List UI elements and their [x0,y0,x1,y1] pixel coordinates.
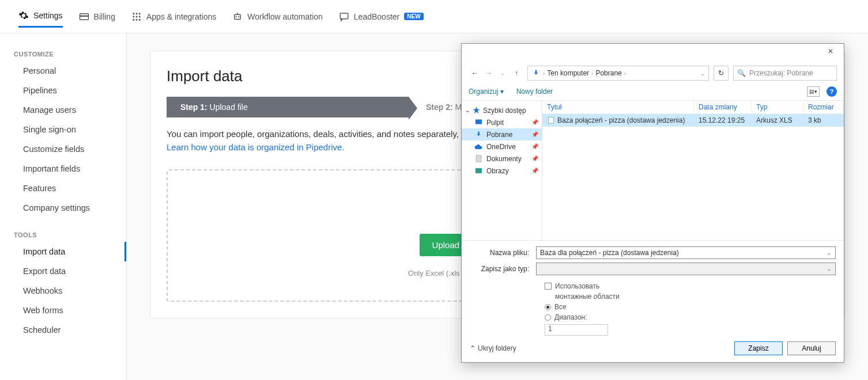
sidebar-item-important-fields[interactable]: Important fields [0,159,126,178]
step-2-label: Step 2: [426,102,453,112]
desktop-icon [474,118,483,127]
file-save-dialog: ✕ ← → ⌄ ↑ › Ten komputer › Pobrane › ⌄ ↻… [461,43,844,363]
nav-workflow-label: Workflow automation [247,12,322,21]
path-seg-2[interactable]: Pobrane [595,69,621,77]
range-radio[interactable] [545,314,551,321]
cancel-button[interactable]: Anuluj [787,341,836,355]
chevron-icon: ⌃ [470,344,475,352]
svg-rect-11 [235,14,241,19]
hide-folders[interactable]: ⌃ Ukryj foldery [470,344,516,352]
tree-pictures[interactable]: Obrazy 📌 [462,165,542,177]
path-bar[interactable]: › Ten komputer › Pobrane › ⌄ [527,66,709,81]
hide-folders-label: Ukryj foldery [478,344,516,352]
svg-rect-16 [475,120,482,124]
svg-rect-19 [548,117,553,124]
sidebar-item-manage-users[interactable]: Manage users [0,100,126,120]
savetype-input[interactable]: ⌄ [536,263,836,275]
filename-input[interactable]: Baza dla połączeń - pizza (dostawa jedze… [536,246,836,259]
path-seg-1[interactable]: Ten komputer [547,69,589,77]
file-list: Tytuł Data zmiany Typ Rozmiar Baza połąc… [542,101,844,240]
star-icon [472,106,481,115]
help-button[interactable]: ? [827,86,837,97]
recent-button[interactable]: ⌄ [496,67,509,79]
quick-access-header[interactable]: ⌄ Szybki dostęp [462,104,542,116]
svg-point-12 [236,16,237,17]
svg-point-10 [139,18,141,20]
col-type[interactable]: Typ [752,101,803,113]
step-1-label: Step 1: [180,102,207,112]
chat-icon [339,12,349,22]
save-button[interactable]: Zapisz [734,341,783,355]
svg-rect-17 [476,155,481,162]
robot-icon [232,12,243,22]
chevron-down-icon[interactable]: ⌄ [827,266,832,272]
tree-onedrive[interactable]: OneDrive 📌 [462,140,542,153]
nav-leadbooster[interactable]: LeadBooster NEW [339,8,424,25]
nav-billing[interactable]: Billing [79,8,115,25]
all-radio[interactable] [545,304,551,310]
search-placeholder: Przeszukaj: Pobrane [749,69,813,77]
sidebar-item-features[interactable]: Features [0,178,126,198]
dialog-toolbar: Organizuj ▾ Nowy folder ▤▾ ? [462,83,844,100]
sidebar-item-web-forms[interactable]: Web forms [0,301,126,320]
view-toggle[interactable]: ▤▾ [807,86,820,97]
top-nav: Settings Billing Apps & integrations Wor… [0,0,868,33]
sidebar-item-customize-fields[interactable]: Customize fields [0,139,126,159]
file-row[interactable]: Baza połączeń - pizza (dostawa jedzenia)… [542,114,844,127]
nav-settings-label: Settings [33,11,63,20]
pin-icon: 📌 [531,155,538,162]
sidebar-item-export-data[interactable]: Export data [0,261,126,281]
nav-billing-label: Billing [94,12,115,21]
col-name[interactable]: Tytuł [542,101,694,113]
chevron-icon: › [591,70,593,77]
use-artboards-checkbox[interactable] [545,283,552,290]
chevron-down-icon[interactable]: ⌄ [827,250,832,256]
search-field[interactable]: 🔍 Przeszukaj: Pobrane [733,66,837,81]
col-date[interactable]: Data zmiany [694,101,752,113]
export-options: Использовать монтажные области Все Диапа… [470,279,836,341]
pin-icon: 📌 [531,143,538,150]
svg-point-7 [139,16,141,17]
sidebar: CUSTOMIZE Personal Pipelines Manage user… [0,33,127,380]
organize-menu[interactable]: Organizuj ▾ [469,88,504,96]
range-input[interactable]: 1 [545,324,608,336]
up-button[interactable]: ↑ [510,67,523,79]
col-size[interactable]: Rozmiar [803,101,844,113]
sidebar-item-webhooks[interactable]: Webhooks [0,281,126,301]
nav-apps[interactable]: Apps & integrations [131,8,216,25]
sidebar-item-company-settings[interactable]: Company settings [0,198,126,218]
tree-documents-label: Dokumenty [486,155,522,163]
dialog-addressbar: ← → ⌄ ↑ › Ten komputer › Pobrane › ⌄ ↻ 🔍… [462,63,844,83]
svg-point-9 [135,18,137,20]
back-button[interactable]: ← [469,67,481,79]
forward-button[interactable]: → [482,67,495,79]
downloads-icon [531,69,541,78]
learn-link[interactable]: Learn how your data is organized in Pipe… [167,142,345,152]
sidebar-item-pipelines[interactable]: Pipelines [0,81,126,100]
pin-icon: 📌 [531,168,538,174]
step-1-text: Upload file [207,102,248,112]
tree-downloads-label: Pobrane [486,131,512,139]
nav-workflow[interactable]: Workflow automation [232,8,322,25]
nav-leadbooster-label: LeadBooster [354,12,399,21]
tree-documents[interactable]: Dokumenty 📌 [462,153,542,165]
downloads-icon [474,130,483,139]
sidebar-item-sso[interactable]: Single sign-on [0,120,126,139]
new-folder-button[interactable]: Nowy folder [516,88,553,96]
svg-point-8 [133,18,134,20]
tree-downloads[interactable]: Pobrane 📌 [462,128,542,140]
nav-settings[interactable]: Settings [18,7,63,28]
sidebar-item-personal[interactable]: Personal [0,61,126,81]
close-button[interactable]: ✕ [821,47,840,60]
file-list-header: Tytuł Data zmiany Typ Rozmiar [542,101,844,114]
sidebar-item-scheduler[interactable]: Scheduler [0,320,126,340]
pin-icon: 📌 [531,119,538,126]
file-date: 15.12.22 19:25 [694,115,752,126]
sidebar-item-import-data[interactable]: Import data [0,242,126,261]
path-dropdown[interactable]: ⌄ [700,70,705,77]
tree-desktop[interactable]: Pulpit 📌 [462,116,542,128]
card-icon [79,12,89,22]
pin-icon: 📌 [531,131,538,138]
filename-value: Baza dla połączeń - pizza (dostawa jedze… [540,249,679,257]
refresh-button[interactable]: ↻ [714,66,729,81]
